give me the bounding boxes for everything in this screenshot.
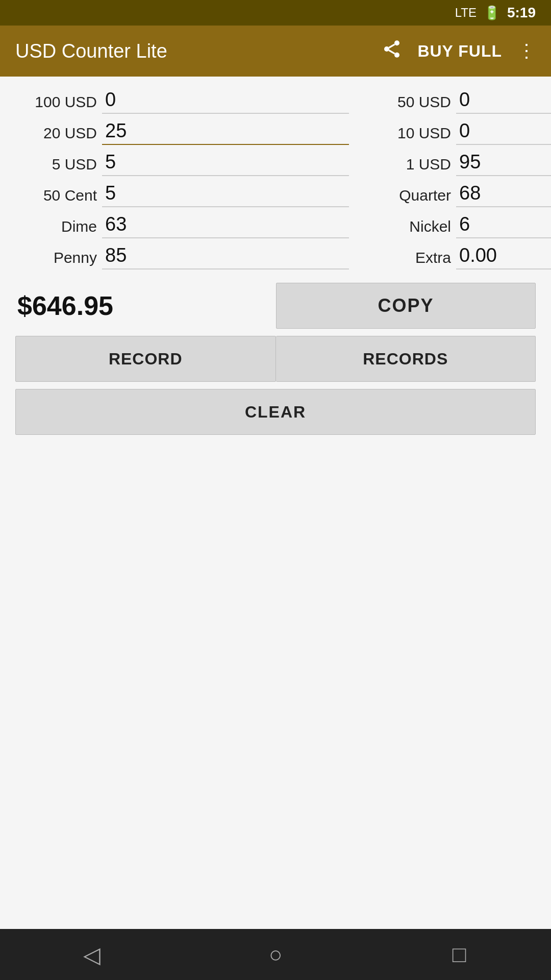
buy-full-button[interactable]: BUY FULL — [417, 42, 502, 61]
total-display: $646.95 — [15, 290, 276, 321]
clear-row: CLEAR — [15, 389, 536, 435]
label-50cent: 50 Cent — [15, 187, 97, 207]
action-row: RECORD RECORDS — [15, 336, 536, 382]
app-bar: USD Counter Lite BUY FULL ⋮ — [0, 26, 551, 77]
input-50usd[interactable] — [456, 87, 551, 114]
back-nav-icon[interactable]: ◁ — [71, 934, 112, 975]
label-dime: Dime — [15, 218, 97, 238]
group-5usd: 5 USD — [15, 149, 359, 176]
copy-button[interactable]: COPY — [276, 283, 536, 329]
svg-point-0 — [394, 40, 399, 45]
svg-point-2 — [394, 52, 399, 57]
label-quarter: Quarter — [369, 187, 451, 207]
battery-icon: 🔋 — [484, 5, 500, 21]
input-dime[interactable] — [102, 211, 349, 238]
input-penny[interactable] — [102, 242, 349, 270]
recent-nav-icon[interactable]: □ — [439, 934, 480, 975]
label-100usd: 100 USD — [15, 93, 97, 114]
share-icon[interactable] — [382, 39, 402, 64]
row-50cent-quarter: 50 Cent Quarter — [15, 180, 536, 207]
group-penny: Penny — [15, 242, 359, 270]
label-20usd: 20 USD — [15, 125, 97, 145]
label-penny: Penny — [15, 249, 97, 270]
group-extra: Extra — [359, 242, 551, 270]
input-quarter[interactable] — [456, 180, 551, 207]
svg-line-4 — [389, 44, 395, 47]
clear-button[interactable]: CLEAR — [15, 389, 536, 435]
label-50usd: 50 USD — [369, 93, 451, 114]
group-quarter: Quarter — [359, 180, 551, 207]
group-100usd: 100 USD — [15, 87, 359, 114]
input-10usd[interactable] — [456, 118, 551, 145]
row-20-10: 20 USD 10 USD — [15, 118, 536, 145]
label-nickel: Nickel — [369, 218, 451, 238]
group-nickel: Nickel — [359, 211, 551, 238]
row-100-50: 100 USD 50 USD — [15, 87, 536, 114]
group-10usd: 10 USD — [359, 118, 551, 145]
svg-point-1 — [384, 46, 389, 52]
main-content: 100 USD 50 USD 20 USD 10 USD 5 USD 1 USD — [0, 77, 551, 929]
input-100usd[interactable] — [102, 87, 349, 114]
home-nav-icon[interactable]: ○ — [255, 934, 296, 975]
nav-bar: ◁ ○ □ — [0, 929, 551, 980]
input-20usd[interactable] — [102, 118, 349, 145]
signal-icon: LTE — [455, 6, 477, 20]
group-dime: Dime — [15, 211, 359, 238]
input-nickel[interactable] — [456, 211, 551, 238]
input-1usd[interactable] — [456, 149, 551, 176]
group-50usd: 50 USD — [359, 87, 551, 114]
status-bar: LTE 🔋 5:19 — [0, 0, 551, 26]
total-copy-row: $646.95 COPY — [15, 283, 536, 329]
app-title: USD Counter Lite — [15, 40, 382, 62]
group-50cent: 50 Cent — [15, 180, 359, 207]
group-1usd: 1 USD — [359, 149, 551, 176]
svg-line-3 — [389, 50, 395, 54]
group-20usd: 20 USD — [15, 118, 359, 145]
label-extra: Extra — [369, 249, 451, 270]
row-dime-nickel: Dime Nickel — [15, 211, 536, 238]
row-5-1: 5 USD 1 USD — [15, 149, 536, 176]
input-5usd[interactable] — [102, 149, 349, 176]
label-10usd: 10 USD — [369, 125, 451, 145]
time-display: 5:19 — [507, 5, 536, 21]
row-penny-extra: Penny Extra — [15, 242, 536, 270]
record-button[interactable]: RECORD — [15, 336, 276, 382]
label-1usd: 1 USD — [369, 156, 451, 176]
label-5usd: 5 USD — [15, 156, 97, 176]
more-menu-icon[interactable]: ⋮ — [517, 40, 536, 62]
input-50cent[interactable] — [102, 180, 349, 207]
input-extra[interactable] — [456, 242, 551, 270]
records-button[interactable]: RECORDS — [276, 336, 536, 382]
